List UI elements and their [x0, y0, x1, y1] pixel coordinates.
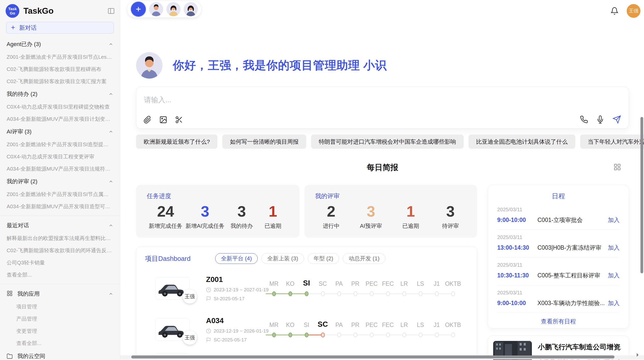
agent-avatar[interactable] [166, 2, 181, 16]
milestone-LS: LS [412, 319, 429, 340]
suggestion-chip[interactable]: 欧洲新规最近颁布了什么? [136, 134, 217, 149]
dashboard-filter-chip[interactable]: 动总开发 (1) [343, 253, 385, 264]
sidebar-sub-item[interactable]: 变更管理 [0, 325, 120, 337]
sidebar-item[interactable]: C02-飞腾新能源轻客改款项目立项汇报方案 [0, 75, 120, 87]
sidebar-item-cloud-space[interactable]: 我的云空间 [0, 349, 120, 360]
milestone-dot [288, 291, 292, 296]
suggestion-chip[interactable]: 特朗普可能对进口汽车增税会对中国车企造成哪些影响 [311, 134, 464, 149]
chevron-up-icon[interactable] [108, 92, 113, 97]
sidebar-item[interactable]: C02-飞腾新能源轻客改款项目里程碑画布 [0, 63, 120, 75]
milestone-dot [337, 291, 341, 296]
stat-label: 进行中 [317, 222, 345, 230]
agent-avatar[interactable] [184, 2, 198, 16]
project-row[interactable]: 王强 Z001 2023-12-19 ~ 2027-01-19 SI-2025-… [145, 272, 468, 305]
owner-badge[interactable]: 王强 [183, 289, 197, 304]
milestone-dot [386, 291, 390, 296]
send-icon[interactable] [612, 115, 621, 124]
stat-label: 新增AI完成任务 [186, 222, 225, 230]
attachment-icon[interactable] [143, 116, 152, 124]
dashboard-filter-chip[interactable]: 全新平台 (4) [215, 253, 258, 264]
my-apps-title: 我的应用 [17, 290, 104, 298]
sidebar-section-header[interactable]: 我的评审 (2) [0, 175, 120, 188]
sidebar-section-header[interactable]: 我的待办 (2) [0, 87, 120, 101]
horizontal-scrollbar-thumb[interactable] [131, 355, 614, 358]
new-chat-button[interactable]: + 新对话 [6, 22, 114, 34]
chevron-up-icon[interactable] [108, 291, 113, 296]
add-agent-button[interactable] [131, 2, 146, 17]
project-dates: 2023-12-19 ~ 2027-01-19 [206, 287, 266, 293]
sidebar-item[interactable]: A034-全新新能源MUV产品开发项目法规符合性评审 [0, 163, 120, 175]
milestone-FEC: FEC [380, 319, 396, 340]
horizontal-scrollbar-track[interactable] [120, 355, 644, 359]
owner-badge[interactable]: 王强 [183, 331, 197, 345]
sidebar-item-my-apps[interactable]: 我的应用 [0, 287, 120, 301]
dashboard-filter-chip[interactable]: 年型 (2) [308, 253, 339, 264]
milestone-dot [337, 333, 341, 337]
dashboard-filter-chip[interactable]: 全新上装 (3) [261, 253, 304, 264]
milestone-SC: SC [315, 319, 331, 340]
suggestion-chip[interactable]: 当下年轻人对汽车外观有怎样的喜好趋势 [580, 134, 644, 149]
join-meeting-link[interactable]: 加入 [608, 216, 620, 224]
chat-input[interactable] [143, 95, 478, 111]
chevron-up-icon[interactable] [108, 129, 113, 134]
chevron-up-icon[interactable] [108, 42, 113, 47]
sidebar-item[interactable]: Z001-全新燃油轻卡产品开发项目SI节点属性5D文件评审 [0, 188, 120, 200]
sidebar-item[interactable]: Z001-全新燃油皮卡产品开发项目SI节点Lesson Learn报告 [0, 51, 120, 63]
sidebar-item[interactable]: C02-飞腾新能源轻客改款项目的闭环通告反馈情况 [0, 244, 120, 257]
schedule-item: 2025/03/11 9:00-10:00 X003-车辆动力学性能验... 加… [497, 285, 620, 313]
stat-value: 3 [186, 203, 225, 220]
milestone-PA: PA [331, 319, 347, 340]
sidebar-item[interactable]: 公司Q3轻卡销量 [0, 257, 120, 269]
daily-brief-title: 每日简报 [136, 162, 629, 173]
sidebar-section-header[interactable]: AI评审 (3) [0, 125, 120, 138]
bell-icon[interactable] [610, 7, 619, 15]
schedule-title: 日程 [497, 192, 620, 201]
sidebar-item[interactable]: Z001-全新燃油轻卡产品开发项目SI造型提交物评审 [0, 138, 120, 151]
folder-icon [7, 353, 13, 359]
scissors-icon[interactable] [175, 116, 183, 124]
milestone-dot [370, 291, 374, 296]
sidebar-section-header[interactable]: Agent已办 (3) [0, 38, 120, 51]
milestone-dot [451, 333, 455, 337]
image-icon[interactable] [159, 116, 167, 124]
sidebar-item[interactable]: A034-全新新能源MUV产品开发项目造型可行性评审 [0, 200, 120, 213]
milestone-connector [274, 335, 290, 335]
view-all-schedule-link[interactable]: 查看所有日程 [497, 318, 620, 325]
sidebar-sub-item[interactable]: 项目管理 [0, 301, 120, 313]
milestone-dot [272, 291, 276, 296]
briefing-card: 我的评审 2 进行中 3 AI预评审 1 已逾期 3 待评审 [304, 185, 477, 238]
chevron-up-icon[interactable] [108, 179, 113, 184]
collapse-sidebar-icon[interactable] [107, 7, 115, 15]
chevron-up-icon[interactable] [108, 223, 113, 228]
agent-avatar[interactable] [149, 2, 163, 16]
project-row[interactable]: 王强 A034 2023-12-19 ~ 2026-01-19 SC-2025-… [145, 313, 468, 346]
sidebar-item[interactable]: A034-全新新能源MUV产品开发项目计划变更表编写 [0, 113, 120, 125]
milestone-label: PEC [363, 319, 380, 329]
join-meeting-link[interactable]: 加入 [608, 299, 620, 307]
sidebar-sub-item[interactable]: 产品管理 [0, 313, 120, 325]
user-avatar[interactable]: 王强 [627, 4, 640, 18]
sidebar-scroll-area[interactable]: Agent已办 (3) Z001-全新燃油皮卡产品开发项目SI节点Lesson … [0, 38, 120, 360]
sidebar-section-header[interactable]: 最近对话 [0, 219, 120, 232]
milestone-PEC: PEC [363, 278, 380, 299]
sidebar-item[interactable]: C0X4-动力总成开发项目SI里程碑提交物检查 [0, 101, 120, 113]
milestone-J1: J1 [429, 278, 445, 299]
project-info: Z001 2023-12-19 ~ 2027-01-19 SI-2025-05-… [206, 275, 266, 302]
view-all-conversations[interactable]: 查看全部... [0, 269, 120, 281]
mic-icon[interactable] [596, 115, 604, 124]
sidebar-item[interactable]: 解释最新出台的欧盟报废车法规再生塑料比例被调至15%... [0, 232, 120, 244]
scroll-right-icon[interactable] [635, 353, 640, 359]
apps-grid-icon [7, 290, 13, 297]
view-all-apps[interactable]: 查看全部... [0, 337, 120, 349]
sidebar-item[interactable]: C0X4-动力总成开发项目工程变更评审 [0, 151, 120, 163]
join-meeting-link[interactable]: 加入 [608, 272, 620, 279]
suggestion-chip[interactable]: 如何写一份清晰的项目周报 [222, 134, 306, 149]
vertical-scrollbar[interactable] [640, 117, 643, 273]
layout-grid-icon[interactable] [613, 163, 621, 172]
suggestion-chip[interactable]: 比亚迪全固态电池计划具体说了什么 [469, 134, 575, 149]
phone-icon[interactable] [580, 115, 588, 124]
join-meeting-link[interactable]: 加入 [608, 244, 620, 252]
project-dashboard-card: 项目Dashboard 全新平台 (4)全新上装 (3)年型 (2)动总开发 (… [136, 246, 477, 360]
scroll-down-icon[interactable] [616, 346, 622, 354]
greeting-block: 你好，王强，我是你的项目管理助理 小识 [136, 52, 387, 79]
